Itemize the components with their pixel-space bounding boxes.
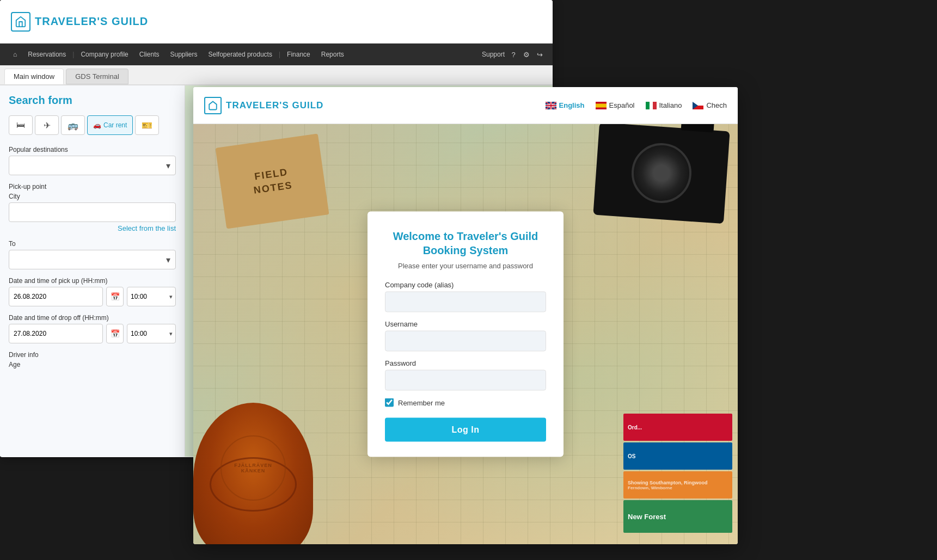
flag-es xyxy=(596,102,607,109)
backpack-shape: FJÄLLRÄVENKÅNKEN xyxy=(193,283,346,544)
popular-destinations-select[interactable] xyxy=(9,156,176,175)
pickup-datetime-label: Date and time of pick up (HH:mm) xyxy=(9,277,176,285)
age-label: Age xyxy=(9,361,176,368)
back-nav: ⌂ Reservations | Company profile Clients… xyxy=(0,44,553,65)
notebook-shape: FIELD NOTES xyxy=(215,134,329,229)
backpack-brand: FJÄLLRÄVENKÅNKEN xyxy=(221,435,286,501)
settings-icon[interactable]: ⚙ xyxy=(522,50,531,59)
front-header: TRAVELER'S GUILD English xyxy=(193,87,738,124)
username-group: Username xyxy=(385,320,546,352)
nav-home[interactable]: ⌂ xyxy=(9,51,21,58)
svg-rect-9 xyxy=(653,102,657,109)
front-logo-text: TRAVELER'S GUILD xyxy=(226,100,323,111)
camera-hotshoe xyxy=(681,124,714,132)
nav-reservations[interactable]: Reservations xyxy=(23,51,70,58)
search-panel: Search form 🛏 ✈ 🚌 🚗 Car rent 🎫 Popular d… xyxy=(0,85,185,457)
remember-checkbox[interactable] xyxy=(385,398,394,407)
tab-bus[interactable]: 🚌 xyxy=(61,115,85,135)
to-label: To xyxy=(9,240,176,248)
nav-reports[interactable]: Reports xyxy=(317,51,348,58)
pickup-time-wrapper: 10:00 xyxy=(127,287,176,306)
password-group: Password xyxy=(385,359,546,391)
lang-english[interactable]: English xyxy=(546,101,585,109)
dropoff-calendar-button[interactable]: 📅 xyxy=(106,324,124,343)
lang-bar: English Español xyxy=(546,101,727,109)
login-subtitle: Please enter your username and password xyxy=(385,262,546,270)
city-label: City xyxy=(9,193,176,200)
tab-other[interactable]: 🎫 xyxy=(135,115,159,135)
lang-espanol[interactable]: Español xyxy=(596,101,635,109)
company-code-input[interactable] xyxy=(385,292,546,312)
camera-shape xyxy=(593,124,730,224)
tab-car-rent[interactable]: 🚗 Car rent xyxy=(87,115,133,135)
flag-en xyxy=(546,102,556,109)
lang-chech[interactable]: Chech xyxy=(693,101,727,109)
nav-selfoperated[interactable]: Selfoperated products xyxy=(204,51,277,58)
front-logo-icon xyxy=(204,97,222,114)
support-label: Support xyxy=(482,51,505,58)
driver-info-label: Driver info xyxy=(9,351,176,359)
front-window: TRAVELER'S GUILD English xyxy=(193,87,738,544)
company-code-label: Company code (alias) xyxy=(385,281,546,289)
tab-flight[interactable]: ✈ xyxy=(35,115,59,135)
logout-icon[interactable]: ↪ xyxy=(535,50,544,59)
car-icon: 🚗 xyxy=(93,121,101,129)
to-wrapper xyxy=(9,250,176,269)
password-input[interactable] xyxy=(385,370,546,391)
tab-main-window[interactable]: Main window xyxy=(4,69,64,84)
search-type-tabs: 🛏 ✈ 🚌 🚗 Car rent 🎫 xyxy=(9,115,176,135)
svg-rect-6 xyxy=(596,103,607,107)
back-header: TRAVELER'S GUILD xyxy=(0,0,553,44)
pickup-point-group: Pick-up point City Select from the list xyxy=(9,183,176,232)
dropoff-datetime-label: Date and time of drop off (HH:mm) xyxy=(9,314,176,322)
lang-chech-label: Chech xyxy=(706,101,727,109)
dropoff-time-wrapper: 10:00 xyxy=(127,324,176,343)
login-card: Welcome to Traveler's Guild Booking Syst… xyxy=(368,212,564,457)
to-select[interactable] xyxy=(9,250,176,269)
driver-info-group: Driver info Age xyxy=(9,351,176,368)
remember-row: Remember me xyxy=(385,398,546,407)
svg-rect-8 xyxy=(646,102,650,109)
login-title: Welcome to Traveler's Guild Booking Syst… xyxy=(385,229,546,257)
company-code-group: Company code (alias) xyxy=(385,281,546,312)
book-1: Ord... xyxy=(623,414,732,441)
pickup-calendar-button[interactable]: 📅 xyxy=(106,287,124,306)
pickup-time-select[interactable]: 10:00 xyxy=(127,287,176,306)
username-input[interactable] xyxy=(385,331,546,352)
tab-gds-terminal[interactable]: GDS Terminal xyxy=(66,69,128,84)
dropoff-datetime-group: Date and time of drop off (HH:mm) 📅 10:0… xyxy=(9,314,176,343)
select-from-list-link[interactable]: Select from the list xyxy=(9,224,176,232)
nav-clients[interactable]: Clients xyxy=(135,51,164,58)
book-2: OS xyxy=(623,442,732,470)
car-rent-label: Car rent xyxy=(103,121,127,129)
nav-right: Support ? ⚙ ↪ xyxy=(482,50,544,59)
lang-italiano-label: Italiano xyxy=(659,101,682,109)
dropoff-time-select[interactable]: 10:00 xyxy=(127,324,176,343)
search-form-title: Search form xyxy=(9,94,176,107)
remember-label: Remember me xyxy=(398,398,445,407)
login-button[interactable]: Log In xyxy=(385,418,546,442)
back-logo-text: TRAVELER'S GUILD xyxy=(35,15,148,28)
pickup-label: Pick-up point xyxy=(9,183,176,190)
dropoff-datetime-row: 📅 10:00 xyxy=(9,324,176,343)
pickup-date-input[interactable] xyxy=(9,287,103,306)
nav-finance[interactable]: Finance xyxy=(283,51,315,58)
nav-company-profile[interactable]: Company profile xyxy=(76,51,132,58)
pickup-datetime-row: 📅 10:00 xyxy=(9,287,176,306)
city-input[interactable] xyxy=(9,202,176,222)
popular-destinations-group: Popular destinations xyxy=(9,146,176,175)
username-label: Username xyxy=(385,320,546,328)
password-label: Password xyxy=(385,359,546,367)
nav-suppliers[interactable]: Suppliers xyxy=(166,51,201,58)
flag-cz xyxy=(693,102,703,109)
front-body: FIELD NOTES FJÄLLRÄVENKÅNKEN Ord... OS xyxy=(193,124,738,544)
popular-destinations-label: Popular destinations xyxy=(9,146,176,153)
book-4: New Forest xyxy=(623,500,732,533)
question-icon[interactable]: ? xyxy=(509,50,518,59)
logo-icon xyxy=(11,12,30,32)
book-3: Showing Southampton, Ringwood Ferndown, … xyxy=(623,471,732,499)
front-logo: TRAVELER'S GUILD xyxy=(204,97,323,114)
tab-hotel[interactable]: 🛏 xyxy=(9,115,33,135)
dropoff-date-input[interactable] xyxy=(9,324,103,343)
lang-italiano[interactable]: Italiano xyxy=(646,101,682,109)
